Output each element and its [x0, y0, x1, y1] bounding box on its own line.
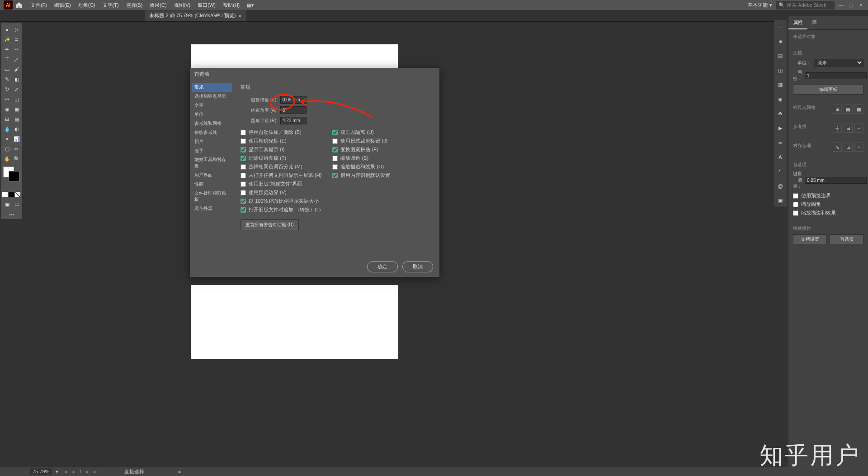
menu-view[interactable]: 视图(V) [170, 2, 194, 9]
gradient-mode-icon[interactable] [9, 192, 14, 197]
symbols-icon[interactable]: ☘ [776, 109, 784, 118]
home-icon[interactable] [15, 1, 23, 9]
pref-checkbox[interactable] [332, 147, 338, 152]
mesh-tool-icon[interactable]: ⊞ [2, 114, 12, 124]
links-icon[interactable]: ∞ [776, 138, 784, 147]
pref-checkbox[interactable] [241, 164, 246, 170]
menu-file[interactable]: 文件(F) [27, 2, 51, 9]
rectangle-tool-icon[interactable]: ▭ [2, 64, 12, 74]
pref-checkbox[interactable] [241, 130, 246, 135]
key-increment-field[interactable] [280, 96, 307, 104]
rotate-tool-icon[interactable]: ↻ [2, 84, 12, 94]
appearance-icon[interactable]: ◉ [776, 95, 784, 103]
tab-libraries[interactable]: 库 [807, 16, 821, 29]
menu-text[interactable]: 文字(T) [99, 2, 123, 9]
tab-close-icon[interactable]: × [238, 13, 241, 19]
pref-checkbox[interactable] [332, 156, 338, 161]
menu-window[interactable]: 窗口(W) [194, 2, 219, 9]
glyphs-icon[interactable]: @ [776, 182, 784, 190]
slice-tool-icon[interactable]: ✂ [12, 144, 21, 154]
pref-checkbox[interactable] [241, 173, 246, 178]
close-icon[interactable]: ✕ [857, 2, 864, 8]
shaper-tool-icon[interactable]: ✎ [2, 74, 12, 84]
actions-icon[interactable]: ▶ [776, 124, 784, 132]
edit-toolbar-icon[interactable]: ••• [2, 212, 21, 217]
document-setup-button[interactable]: 文档设置 [793, 234, 827, 244]
free-transform-icon[interactable]: ◫ [12, 94, 21, 104]
zoom-tool-icon[interactable]: 🔍 [12, 154, 21, 164]
artboard-input[interactable] [805, 72, 867, 79]
swatches-icon[interactable]: ◫ [776, 66, 784, 74]
pathfinder-icon[interactable]: ▤ [776, 52, 784, 60]
shape-builder-icon[interactable]: ◉ [2, 104, 12, 114]
line-tool-icon[interactable]: ／ [12, 54, 21, 64]
last-icon[interactable]: ▸| [92, 469, 99, 475]
pref-checkbox[interactable] [241, 190, 246, 195]
none-mode-icon[interactable] [15, 192, 20, 197]
width-tool-icon[interactable]: ⇔ [2, 94, 12, 104]
gradient-tool-icon[interactable]: ▤ [12, 114, 21, 124]
search-input[interactable]: 🔍搜索 Adobe Stock [776, 1, 835, 10]
edit-artboards-button[interactable]: 编辑画板 [793, 85, 863, 95]
sidebar-item-filehandling[interactable]: 文件处理和剪贴板 [192, 189, 232, 204]
next-icon[interactable]: ▸ [85, 469, 90, 475]
brush-tool-icon[interactable]: 🖌 [12, 64, 21, 74]
units-select[interactable]: 毫米 [814, 59, 863, 67]
menu-help[interactable]: 帮助(H) [219, 2, 243, 9]
sidebar-item-performance[interactable]: 性能 [192, 180, 232, 189]
pref-checkbox[interactable] [241, 138, 246, 144]
scale-strokes-checkbox[interactable] [793, 210, 798, 216]
pref-checkbox[interactable] [332, 164, 338, 170]
maximize-icon[interactable]: ▢ [847, 2, 854, 8]
symbol-sprayer-icon[interactable]: ✦ [2, 134, 12, 144]
character-icon[interactable]: A [776, 153, 784, 161]
menu-effect[interactable]: 效果(C) [146, 2, 170, 9]
constrain-angle-field[interactable] [280, 106, 307, 114]
pref-checkbox[interactable] [241, 147, 246, 152]
corner-radius-field[interactable] [280, 117, 307, 124]
lock-guides-icon[interactable]: ⊟ [844, 124, 853, 133]
sidebar-item-guides[interactable]: 参考线和网格 [192, 119, 232, 128]
menu-object[interactable]: 对象(O) [75, 2, 99, 9]
pref-checkbox[interactable] [241, 199, 246, 204]
scale-tool-icon[interactable]: ⤢ [12, 84, 21, 94]
preview-bounds-checkbox[interactable] [793, 193, 798, 199]
transparency-grid-icon[interactable]: ▩ [854, 105, 863, 114]
perspective-icon[interactable]: ▦ [12, 104, 21, 114]
sidebar-item-general[interactable]: 常规 [192, 83, 232, 92]
magic-wand-icon[interactable]: ✨ [2, 34, 12, 44]
artboard-tool-icon[interactable]: ▢ [2, 144, 12, 154]
reset-warnings-button[interactable]: 重置所有警告对话框 (D) [241, 219, 299, 230]
pref-checkbox[interactable] [241, 207, 246, 213]
pref-checkbox[interactable] [332, 173, 338, 178]
pref-checkbox[interactable] [332, 130, 338, 135]
pref-checkbox[interactable] [241, 181, 246, 187]
prev-icon[interactable]: ◂ [71, 469, 76, 475]
sidebar-item-ui[interactable]: 用户界面 [192, 171, 232, 180]
eyedropper-icon[interactable]: 💧 [2, 124, 12, 134]
pref-checkbox[interactable] [241, 156, 246, 161]
curvature-tool-icon[interactable]: 〰 [12, 44, 21, 54]
lasso-icon[interactable]: ⊃ [12, 34, 21, 44]
blend-tool-icon[interactable]: ◐ [12, 124, 21, 134]
sidebar-item-hyphenation[interactable]: 连字 [192, 146, 232, 155]
snap-point-icon[interactable]: ↘ [833, 143, 842, 152]
sidebar-item-selection[interactable]: 选择和锚点显示 [192, 92, 232, 101]
snap-pixel-icon[interactable]: ▫ [854, 143, 863, 152]
stroke-swatch[interactable] [9, 171, 19, 182]
play-icon[interactable]: ▸ [179, 469, 181, 475]
preferences-button[interactable]: 首选项 [830, 234, 863, 244]
artboard-nav[interactable]: |◂ ◂ 1 ▸ ▸| [62, 469, 99, 475]
minimize-icon[interactable]: — [837, 2, 844, 8]
grid-icon[interactable]: ▦ [844, 105, 853, 114]
color-icon[interactable]: ▦ [776, 81, 784, 89]
sidebar-item-type[interactable]: 文字 [192, 101, 232, 110]
layers-icon[interactable]: ≡ [776, 23, 784, 31]
color-mode-icon[interactable] [2, 192, 8, 197]
menu-arrange-icon[interactable]: ▦▾ [243, 2, 258, 8]
ok-button[interactable]: 确定 [367, 261, 398, 272]
smart-guides-icon[interactable]: ↔ [854, 124, 863, 133]
scale-corners-checkbox[interactable] [793, 202, 798, 207]
sidebar-item-units[interactable]: 单位 [192, 110, 232, 119]
sidebar-item-black[interactable]: 黑色外观 [192, 204, 232, 213]
